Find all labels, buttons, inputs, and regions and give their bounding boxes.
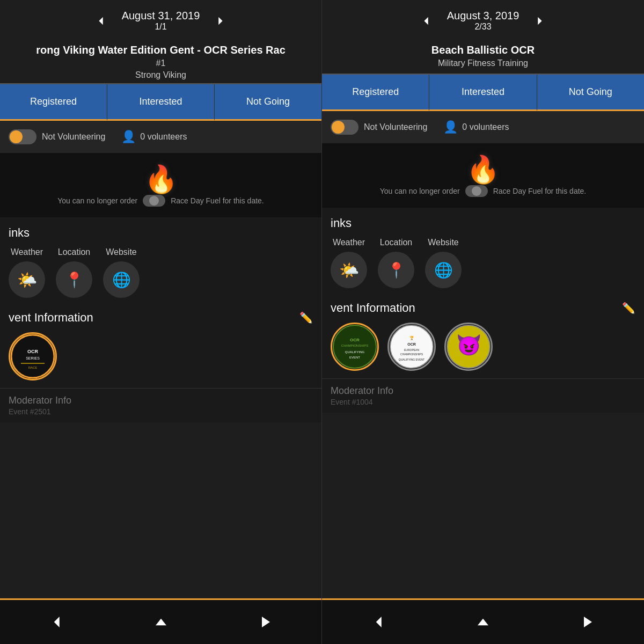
left-location-icon: 📍 <box>56 261 92 298</box>
left-event-title: rong Viking Water Edition Gent - OCR Ser… <box>5 43 316 56</box>
left-moderator-section: Moderator Info Event #2501 <box>0 388 321 422</box>
right-nav-count: 2/33 <box>447 22 519 32</box>
left-website-icon: 🌐 <box>103 261 140 298</box>
right-toggle-knob <box>332 121 345 134</box>
left-bottom-forward[interactable] <box>251 609 278 635</box>
right-event-id: Event #1004 <box>331 398 635 406</box>
right-fuel-text-after: Race Day Fuel for this date. <box>493 187 587 195</box>
left-next-arrow[interactable] <box>210 11 230 31</box>
right-location-link[interactable]: Location 📍 <box>378 238 414 288</box>
left-fuel-section: 🔥 You can no longer order Race Day Fuel … <box>0 153 321 217</box>
svg-text:RACE: RACE <box>28 366 38 369</box>
left-event-subtitle: #1 <box>5 58 316 68</box>
left-status-buttons: Registered Interested Not Going <box>0 84 321 121</box>
left-weather-link[interactable]: Weather 🌤️ <box>9 247 45 298</box>
right-badges-row: OCR CHAMPIONSHIPS QUALIFYING EVENT 🏆 OCR… <box>331 323 635 371</box>
svg-text:OCR: OCR <box>27 349 39 354</box>
right-status-buttons: Registered Interested Not Going <box>322 75 644 111</box>
right-links-grid: Weather 🌤️ Location 📍 Website 🌐 <box>331 238 635 288</box>
svg-marker-24 <box>376 617 381 627</box>
svg-text:😈: 😈 <box>456 333 482 357</box>
left-bottom-prev[interactable] <box>44 609 71 635</box>
left-nav-header: August 31, 2019 1/1 <box>0 0 321 37</box>
svg-marker-9 <box>424 17 428 25</box>
left-event-title-area: rong Viking Water Edition Gent - OCR Ser… <box>0 37 321 83</box>
svg-marker-0 <box>99 17 103 25</box>
left-event-organizer: Strong Viking <box>5 70 316 80</box>
right-next-arrow[interactable] <box>530 11 549 31</box>
left-website-link[interactable]: Website 🌐 <box>103 247 140 298</box>
svg-marker-8 <box>262 617 270 627</box>
svg-text:QUALIFYING: QUALIFYING <box>345 350 365 354</box>
svg-text:OCR: OCR <box>350 338 360 342</box>
left-volunteer-icon: 👤 <box>121 130 136 144</box>
right-website-link[interactable]: Website 🌐 <box>425 238 462 288</box>
svg-point-16 <box>390 325 433 368</box>
left-flame-icon: 🔥 <box>144 164 178 195</box>
right-edit-icon[interactable]: ✏️ <box>622 302 635 314</box>
right-bottom-prev[interactable] <box>366 609 393 635</box>
left-moderator-title: Moderator Info <box>9 395 313 406</box>
left-bottom-up[interactable] <box>148 609 174 635</box>
right-weather-link[interactable]: Weather 🌤️ <box>331 238 367 288</box>
left-prev-arrow[interactable] <box>92 11 111 31</box>
left-event-info-title: vent Information <box>9 311 93 325</box>
right-volunteer-label: Not Volunteering <box>364 122 427 132</box>
left-panel: August 31, 2019 1/1 rong Viking Water Ed… <box>0 0 322 644</box>
right-bottom-forward[interactable] <box>573 609 600 635</box>
right-notgoing-button[interactable]: Not Going <box>537 75 644 111</box>
left-edit-icon[interactable]: ✏️ <box>299 311 313 324</box>
right-nav-header: August 3, 2019 2/33 <box>322 0 644 37</box>
right-bottom-up[interactable] <box>470 609 496 635</box>
right-fuel-toggle-knob <box>472 186 481 196</box>
svg-marker-1 <box>219 17 223 25</box>
left-links-section: inks Weather 🌤️ Location 📍 Website 🌐 <box>0 217 321 303</box>
right-registered-button[interactable]: Registered <box>322 75 429 111</box>
left-volunteer-toggle[interactable] <box>9 129 36 144</box>
left-links-title: inks <box>9 226 313 240</box>
right-devil-badge: 😈 <box>444 323 493 371</box>
left-weather-label: Weather <box>11 247 43 257</box>
left-event-id: Event #2501 <box>9 407 313 416</box>
left-location-link[interactable]: Location 📍 <box>56 247 92 298</box>
svg-text:OCR: OCR <box>407 342 416 346</box>
svg-text:QUALIFYING EVENT: QUALIFYING EVENT <box>399 358 425 361</box>
svg-text:CHAMPIONSHIPS: CHAMPIONSHIPS <box>341 344 368 347</box>
right-fuel-toggle[interactable] <box>465 185 488 197</box>
left-registered-button[interactable]: Registered <box>0 84 107 121</box>
right-volunteer-toggle[interactable] <box>331 120 358 135</box>
right-moderator-title: Moderator Info <box>331 385 635 397</box>
svg-marker-10 <box>538 17 542 25</box>
right-prev-arrow[interactable] <box>417 11 436 31</box>
svg-marker-25 <box>478 619 488 626</box>
right-nav-date: August 3, 2019 <box>447 10 519 22</box>
svg-marker-26 <box>584 617 592 627</box>
right-fuel-text-row: You can no longer order Race Day Fuel fo… <box>380 185 586 197</box>
left-notgoing-button[interactable]: Not Going <box>215 84 321 121</box>
left-bottom-nav <box>0 598 321 644</box>
svg-text:SERIES: SERIES <box>26 356 40 360</box>
right-event-info-title: vent Information <box>331 301 415 315</box>
left-fuel-text-row: You can no longer order Race Day Fuel fo… <box>57 195 264 207</box>
left-weather-icon: 🌤️ <box>9 261 45 298</box>
left-nav-info: August 31, 2019 1/1 <box>122 10 200 32</box>
right-bottom-nav <box>322 598 644 644</box>
left-fuel-toggle[interactable] <box>143 195 165 207</box>
right-panel: August 3, 2019 2/33 Beach Ballistic OCR … <box>322 0 644 644</box>
left-toggle-group: Not Volunteering <box>9 129 105 144</box>
left-nav-date: August 31, 2019 <box>122 10 200 22</box>
left-volunteer-row: Not Volunteering 👤 0 volunteers <box>0 121 321 153</box>
right-event-subtitle: Military Fitness Training <box>327 58 639 68</box>
left-fuel-text-after: Race Day Fuel for this date. <box>171 196 264 205</box>
right-interested-button[interactable]: Interested <box>429 75 537 111</box>
left-ocr-badge: OCR SERIES RACE <box>9 332 57 380</box>
left-links-grid: Weather 🌤️ Location 📍 Website 🌐 <box>9 247 313 298</box>
right-event-title-area: Beach Ballistic OCR Military Fitness Tra… <box>322 37 644 74</box>
left-interested-button[interactable]: Interested <box>107 84 215 121</box>
right-volunteers-group: 👤 0 volunteers <box>443 120 509 134</box>
right-website-label: Website <box>428 238 459 247</box>
right-location-label: Location <box>380 238 413 247</box>
svg-text:EVENT: EVENT <box>349 356 360 359</box>
right-event-title: Beach Ballistic OCR <box>327 43 639 56</box>
right-volunteer-icon: 👤 <box>443 120 458 134</box>
